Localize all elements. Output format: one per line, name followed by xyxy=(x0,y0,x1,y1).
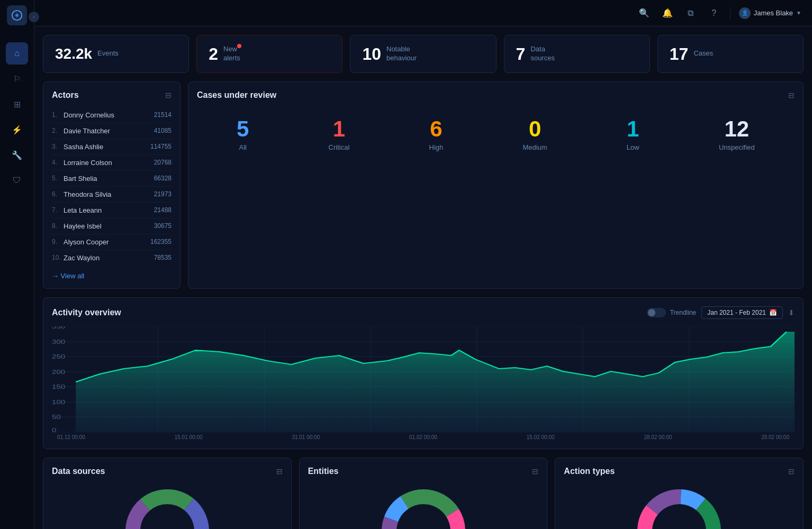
stat-datasources[interactable]: 7 Datasources xyxy=(504,35,650,73)
notable-number: 10 xyxy=(362,45,381,62)
datasources-menu-icon[interactable]: ⊟ xyxy=(276,467,283,476)
actor-name: Sasha Ashlie xyxy=(64,143,150,151)
actiontypes-title: Action types xyxy=(564,467,615,476)
stat-notable[interactable]: 10 Notablebehaviour xyxy=(350,35,496,73)
actor-row[interactable]: 2. Davie Thatcher 41085 xyxy=(52,123,172,139)
actor-count: 20768 xyxy=(154,159,172,166)
actor-number: 7. xyxy=(52,206,64,214)
entities-title: Entities xyxy=(308,467,339,476)
actiontypes-menu-icon[interactable]: ⊟ xyxy=(788,467,795,476)
case-stat: 12 Unspecified xyxy=(719,118,755,151)
actiontypes-donut xyxy=(564,484,795,529)
datasources-label: Datasources xyxy=(530,45,555,63)
activity-chart: 350 300 250 200 150 100 50 0 xyxy=(52,326,795,432)
actors-title: Actors xyxy=(52,90,79,100)
svg-text:100: 100 xyxy=(52,399,65,405)
view-all-button[interactable]: → View all xyxy=(52,272,172,280)
x-label-2: 15.01 00:00 xyxy=(175,434,203,440)
flag-icon: ⚐ xyxy=(13,74,21,84)
help-icon[interactable]: ? xyxy=(707,6,721,21)
wrench-icon: 🔧 xyxy=(12,150,22,160)
actor-row[interactable]: 5. Bart Shelia 66328 xyxy=(52,171,172,187)
svg-text:0: 0 xyxy=(52,427,56,432)
bell-icon[interactable]: 🔔 xyxy=(660,6,675,21)
trendline-switch[interactable] xyxy=(647,308,666,317)
main-content: 32.2k Events 2 Newalerts 10 Notablebehav… xyxy=(34,26,812,529)
sidebar-item-bolt[interactable]: ⚡ xyxy=(6,118,28,141)
case-label: Low xyxy=(627,143,639,151)
topnav: 🔍 🔔 ⧉ ? 👤 James Blake ▼ xyxy=(34,0,812,26)
actor-row[interactable]: 8. Haylee Isbel 30675 xyxy=(52,218,172,234)
actor-number: 6. xyxy=(52,190,64,198)
entities-header: Entities ⊟ xyxy=(308,467,539,476)
cases-number: 17 xyxy=(670,45,689,62)
actor-number: 10. xyxy=(52,254,64,261)
sidebar-item-flag[interactable]: ⚐ xyxy=(6,68,28,90)
sidebar-item-grid[interactable]: ⊞ xyxy=(6,93,28,115)
svg-text:150: 150 xyxy=(52,384,65,390)
case-number: 5 xyxy=(237,118,249,140)
actor-row[interactable]: 7. Leta Leeann 21488 xyxy=(52,203,172,218)
alerts-label: Newalerts xyxy=(223,45,240,63)
chevron-down-icon: ▼ xyxy=(796,10,801,16)
nav-divider xyxy=(730,7,730,20)
actor-row[interactable]: 1. Donny Cornelius 21514 xyxy=(52,107,172,123)
user-menu[interactable]: 👤 James Blake ▼ xyxy=(739,7,801,19)
sidebar-item-wrench[interactable]: 🔧 xyxy=(6,144,28,166)
trendline-label: Trendline xyxy=(670,309,697,316)
cases-stats: 5 All 1 Critical 6 High 0 Medium 1 Low 1… xyxy=(197,107,795,162)
layers-icon[interactable]: ⧉ xyxy=(683,6,698,21)
notable-label: Notablebehaviour xyxy=(386,45,417,63)
actor-name: Lorraine Colson xyxy=(64,159,154,167)
actor-number: 8. xyxy=(52,222,64,230)
events-number: 32.2k xyxy=(55,47,92,61)
actor-count: 78535 xyxy=(154,254,172,261)
stats-row: 32.2k Events 2 Newalerts 10 Notablebehav… xyxy=(43,35,804,73)
sidebar: › ⌂ ⚐ ⊞ ⚡ 🔧 🛡 xyxy=(0,0,34,529)
bottom-row: Data sources ⊟ DataSource: 456 xyxy=(43,458,804,529)
actor-name: Alyson Cooper xyxy=(64,238,150,246)
view-all-label: → View all xyxy=(52,272,84,280)
cases-label: Cases xyxy=(693,49,713,58)
actor-number: 1. xyxy=(52,111,64,118)
entities-menu-icon[interactable]: ⊟ xyxy=(532,467,538,476)
chart-svg: 350 300 250 200 150 100 50 0 xyxy=(52,326,795,432)
cases-menu-icon[interactable]: ⊟ xyxy=(788,91,795,99)
actor-row[interactable]: 3. Sasha Ashlie 114755 xyxy=(52,139,172,155)
chart-x-labels: 01.12 00:00 15.01 00:00 31.01 00:00 01.0… xyxy=(52,434,795,440)
actor-name: Donny Cornelius xyxy=(64,111,154,119)
svg-text:350: 350 xyxy=(52,326,65,330)
actiontypes-header: Action types ⊟ xyxy=(564,467,795,476)
app-logo[interactable] xyxy=(7,5,27,25)
data-sources-panel: Data sources ⊟ DataSource: 456 xyxy=(43,458,292,529)
stat-alerts[interactable]: 2 Newalerts xyxy=(196,35,342,73)
case-label: Medium xyxy=(522,143,547,151)
actor-row[interactable]: 4. Lorraine Colson 20768 xyxy=(52,155,172,171)
actor-number: 9. xyxy=(52,238,64,245)
date-picker[interactable]: Jan 2021 - Feb 2021 📅 xyxy=(701,306,783,319)
actors-menu-icon[interactable]: ⊟ xyxy=(165,91,172,99)
actor-count: 21973 xyxy=(154,190,172,198)
actor-row[interactable]: 6. Theodora Silvia 21973 xyxy=(52,187,172,203)
actor-row[interactable]: 9. Alyson Cooper 162355 xyxy=(52,234,172,250)
x-label-6: 28.02 00:00 xyxy=(644,434,672,440)
search-icon[interactable]: 🔍 xyxy=(637,6,652,21)
x-label-3: 31.01 00:00 xyxy=(292,434,320,440)
stat-events[interactable]: 32.2k Events xyxy=(43,35,189,73)
sidebar-item-home[interactable]: ⌂ xyxy=(6,42,28,65)
sidebar-toggle[interactable]: › xyxy=(29,12,39,22)
svg-point-39 xyxy=(655,507,703,529)
actor-count: 66328 xyxy=(154,175,172,182)
sidebar-item-shield[interactable]: 🛡 xyxy=(6,169,28,191)
download-icon[interactable]: ⬇ xyxy=(788,308,795,317)
action-types-panel: Action types ⊟ ActionType: 456 xyxy=(555,458,804,529)
actors-panel: Actors ⊟ 1. Donny Cornelius 21514 2. Dav… xyxy=(43,81,181,289)
entities-donut xyxy=(308,484,539,529)
actor-row[interactable]: 10. Zac Waylon 78535 xyxy=(52,250,172,266)
datasources-header: Data sources ⊟ xyxy=(52,467,283,476)
actor-name: Haylee Isbel xyxy=(64,222,154,230)
actors-list: 1. Donny Cornelius 21514 2. Davie Thatch… xyxy=(52,107,172,266)
svg-text:300: 300 xyxy=(52,339,65,345)
stat-cases[interactable]: 17 Cases xyxy=(657,35,804,73)
content-row: Actors ⊟ 1. Donny Cornelius 21514 2. Dav… xyxy=(43,81,804,289)
